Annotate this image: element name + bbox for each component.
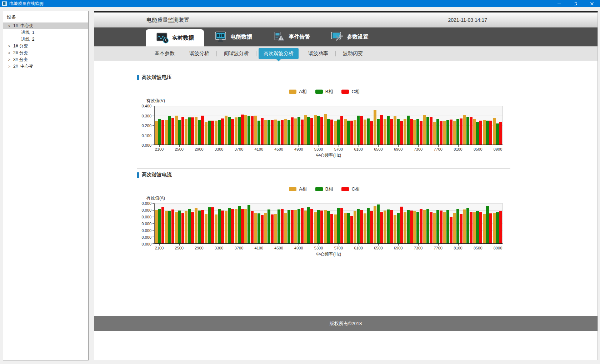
device-tree-header: 设备 bbox=[3, 11, 88, 22]
bar bbox=[231, 209, 234, 243]
bar bbox=[205, 122, 208, 145]
minimize-button[interactable] bbox=[551, 0, 567, 7]
sidebar-item[interactable]: 进线 1 bbox=[3, 29, 88, 36]
sidebar-item[interactable]: >2# 中心变 bbox=[3, 63, 88, 70]
chevron-right-icon[interactable]: > bbox=[7, 65, 12, 69]
y-tick-label: 0.000 bbox=[136, 208, 151, 212]
bar-group bbox=[224, 106, 234, 145]
subtab-4[interactable]: 谐波功率 bbox=[303, 48, 333, 59]
bar bbox=[420, 121, 422, 145]
bar bbox=[407, 116, 410, 145]
legend-swatch bbox=[341, 187, 349, 191]
subtab-divider bbox=[216, 51, 217, 56]
bar bbox=[294, 118, 297, 145]
bar-group bbox=[175, 203, 185, 243]
x-tick-label: 8500 bbox=[474, 246, 482, 250]
bar bbox=[486, 206, 489, 243]
bar bbox=[191, 117, 194, 145]
bar-group bbox=[175, 106, 185, 145]
x-tick-label: 6100 bbox=[354, 246, 362, 250]
x-tick-label: 8100 bbox=[454, 147, 462, 151]
y-tick-label: 0.400 bbox=[136, 104, 151, 108]
bar bbox=[400, 207, 403, 243]
close-button[interactable] bbox=[584, 0, 600, 7]
bar bbox=[460, 118, 462, 145]
device-header-bar: 电能质量监测装置 2021-11-03 14:17 bbox=[94, 12, 598, 27]
bar bbox=[466, 117, 469, 145]
bar bbox=[175, 212, 178, 243]
sidebar-item[interactable]: >1# 分变 bbox=[3, 43, 88, 50]
bar-group bbox=[304, 106, 314, 145]
bar bbox=[374, 110, 376, 145]
bar bbox=[158, 119, 161, 145]
bar bbox=[310, 209, 313, 243]
bar bbox=[387, 116, 390, 145]
legend-label: A相 bbox=[299, 89, 307, 95]
legend-label: C相 bbox=[351, 186, 359, 192]
device-tree: ∨1# 中心变进线 1进线 2>1# 分变>2# 分变>3# 分变>2# 中心变 bbox=[3, 22, 88, 70]
bar bbox=[370, 121, 373, 145]
tab-energy-data[interactable]: 电能数据 bbox=[204, 27, 262, 46]
legend-item: C相 bbox=[341, 89, 359, 95]
subtab-3[interactable]: 高次谐波分析 bbox=[259, 48, 299, 59]
bar-group bbox=[254, 106, 264, 145]
bar bbox=[350, 216, 353, 243]
x-tick-label: 2900 bbox=[195, 147, 203, 151]
bar bbox=[390, 119, 393, 145]
tab-active-realtime-data[interactable]: 实时数据 bbox=[146, 29, 204, 46]
subtab-1[interactable]: 谐波分析 bbox=[184, 48, 214, 59]
chevron-right-icon[interactable]: > bbox=[7, 44, 12, 48]
bar bbox=[281, 120, 284, 145]
bar bbox=[384, 119, 386, 145]
sidebar-item[interactable]: 进线 2 bbox=[3, 36, 88, 43]
sidebar-item[interactable]: >2# 分变 bbox=[3, 50, 88, 56]
bar bbox=[374, 206, 376, 243]
y-tick-label: 0.000 bbox=[136, 215, 151, 219]
x-tick-label: 6900 bbox=[394, 246, 402, 250]
sidebar-item[interactable]: >3# 分变 bbox=[3, 56, 88, 63]
bar bbox=[198, 211, 201, 243]
bar bbox=[340, 116, 343, 145]
bar-group bbox=[324, 106, 334, 145]
bar bbox=[354, 211, 356, 243]
x-tick-label: 5700 bbox=[334, 246, 343, 250]
section-title-text: 高次谐波电压 bbox=[142, 74, 172, 81]
subtab-0[interactable]: 基本参数 bbox=[150, 48, 180, 59]
legend-item: A相 bbox=[289, 89, 307, 95]
x-tick-label: 8500 bbox=[474, 147, 482, 151]
x-tick-label: 4500 bbox=[274, 147, 283, 151]
chevron-down-icon[interactable]: ∨ bbox=[7, 24, 12, 28]
bar bbox=[274, 120, 277, 145]
bar bbox=[473, 119, 476, 145]
datetime-label: 2021-11-03 14:17 bbox=[448, 17, 488, 23]
bar bbox=[314, 212, 317, 243]
bar bbox=[244, 115, 247, 145]
bar bbox=[248, 205, 250, 243]
bar-group bbox=[373, 203, 383, 243]
bar bbox=[420, 209, 422, 243]
bar bbox=[201, 210, 204, 243]
bar-group bbox=[433, 106, 443, 145]
restore-button[interactable] bbox=[567, 0, 584, 7]
chevron-right-icon[interactable]: > bbox=[7, 51, 12, 55]
x-tick-label: 4100 bbox=[255, 147, 263, 151]
bar bbox=[294, 210, 297, 243]
tab-event-alarm[interactable]: 事件告警 bbox=[262, 27, 320, 46]
section-title: 高次谐波电流 bbox=[137, 172, 598, 178]
section-title-text: 高次谐波电流 bbox=[142, 172, 172, 178]
bar bbox=[470, 117, 472, 145]
subtab-2[interactable]: 间谐波分析 bbox=[219, 48, 254, 59]
bar bbox=[397, 213, 400, 243]
x-tick-label: 7700 bbox=[434, 147, 442, 151]
restore-icon bbox=[574, 2, 578, 6]
bar bbox=[254, 213, 257, 243]
subtab-5[interactable]: 波动闪变 bbox=[338, 48, 368, 59]
sidebar-item[interactable]: ∨1# 中心变 bbox=[3, 22, 88, 29]
chevron-right-icon[interactable]: > bbox=[7, 58, 12, 62]
bar bbox=[181, 117, 184, 145]
sidebar-item-label: 2# 分变 bbox=[12, 50, 28, 56]
bar bbox=[158, 209, 161, 243]
bar bbox=[201, 116, 204, 145]
tab-settings[interactable]: 参数设置 bbox=[320, 27, 379, 46]
bar bbox=[278, 209, 280, 243]
